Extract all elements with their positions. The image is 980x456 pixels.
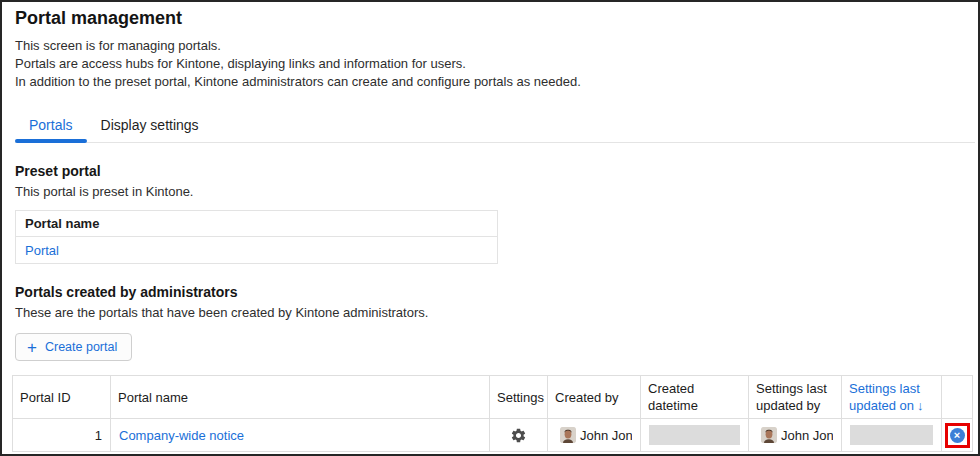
preset-portal-link[interactable]: Portal <box>25 243 59 258</box>
plus-icon: + <box>27 341 37 354</box>
red-highlight-annotation: × <box>945 423 970 448</box>
page-description-line: In addition to the preset portal, Kinton… <box>15 73 965 91</box>
sort-descending-icon: ↓ <box>917 398 924 413</box>
preset-portal-table: Portal name Portal <box>15 210 498 264</box>
settings-gear-icon[interactable] <box>510 427 527 444</box>
preset-portal-name-cell: Portal <box>16 237 498 264</box>
redacted-datetime-block <box>649 425 740 445</box>
admin-portals-description: These are the portals that have been cre… <box>15 304 965 321</box>
preset-portal-heading: Preset portal <box>15 163 965 179</box>
admin-portals-table: Portal ID Portal name Settings Created b… <box>12 375 973 452</box>
col-settings-last-updated-on: Settings last updated on↓ <box>842 376 942 419</box>
tab-portals[interactable]: Portals <box>15 111 87 142</box>
redacted-datetime-block <box>850 425 933 445</box>
page-description-line: Portals are access hubs for Kintone, dis… <box>15 55 965 73</box>
page-title: Portal management <box>15 8 965 29</box>
preset-portal-name-header: Portal name <box>16 211 498 237</box>
portal-management-screen: Portal management This screen is for man… <box>0 0 980 456</box>
create-portal-button[interactable]: + Create portal <box>15 333 132 361</box>
col-portal-id: Portal ID <box>13 376 111 419</box>
portal-id-cell: 1 <box>13 419 111 452</box>
settings-cell <box>490 419 548 452</box>
table-row: Portal <box>16 237 498 264</box>
col-portal-name: Portal name <box>111 376 490 419</box>
settings-last-updated-by-name: John Jones <box>781 428 833 443</box>
admin-portals-heading: Portals created by administrators <box>15 284 965 300</box>
tab-display-settings[interactable]: Display settings <box>87 111 213 142</box>
col-actions <box>942 376 973 419</box>
col-settings-last-updated-by: Settings last updated by <box>749 376 842 419</box>
preset-portal-description: This portal is preset in Kintone. <box>15 183 965 200</box>
created-by-cell: John Jones <box>548 419 641 452</box>
col-settings: Settings <box>490 376 548 419</box>
delete-portal-icon[interactable]: × <box>950 428 965 443</box>
portal-name-link[interactable]: Company-wide notice <box>119 428 244 443</box>
portal-name-cell: Company-wide notice <box>111 419 490 452</box>
page-description: This screen is for managing portals. Por… <box>15 37 965 91</box>
table-header-row: Portal ID Portal name Settings Created b… <box>13 376 973 419</box>
delete-cell: × <box>942 419 973 452</box>
sort-by-updated-on-link[interactable]: Settings last updated on↓ <box>849 381 924 413</box>
settings-last-updated-by-cell: John Jones <box>749 419 842 452</box>
table-row: 1 Company-wide notice John Jones <box>13 419 973 452</box>
col-created-datetime: Created datetime <box>641 376 749 419</box>
tab-bar: Portals Display settings <box>15 111 975 143</box>
settings-last-updated-on-cell <box>842 419 942 452</box>
user-avatar <box>761 427 777 443</box>
page-description-line: This screen is for managing portals. <box>15 37 965 55</box>
create-portal-button-label: Create portal <box>45 340 117 354</box>
created-datetime-cell <box>641 419 749 452</box>
created-by-name: John Jones <box>580 428 632 443</box>
table-header-row: Portal name <box>16 211 498 237</box>
col-created-by: Created by <box>548 376 641 419</box>
user-avatar <box>560 427 576 443</box>
